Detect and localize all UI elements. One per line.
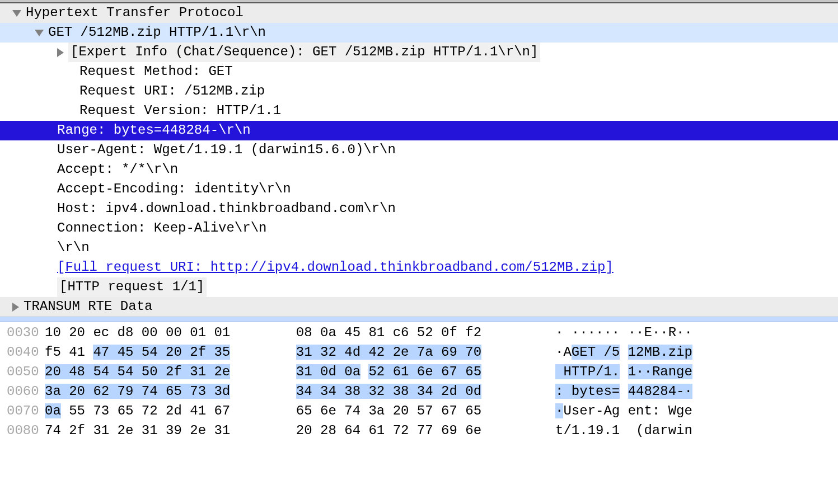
tree-node-connection[interactable]: Connection: Keep-Alive\r\n xyxy=(0,219,838,238)
hex-row[interactable]: 00700a 55 73 65 72 2d 41 67 65 6e 74 3a … xyxy=(0,402,838,421)
tree-node-accept[interactable]: Accept: */*\r\n xyxy=(0,160,838,180)
tree-node-user-agent[interactable]: User-Agent: Wget/1.19.1 (darwin15.6.0)\r… xyxy=(0,140,838,160)
tree-node-uri[interactable]: Request URI: /512MB.zip xyxy=(0,82,838,101)
hex-bytes: f5 41 47 45 54 20 2f 35 xyxy=(45,343,280,362)
tree-node-expert-info[interactable]: [Expert Info (Chat/Sequence): GET /512MB… xyxy=(0,43,838,62)
tree-node-host[interactable]: Host: ipv4.download.thinkbroadband.com\r… xyxy=(0,199,838,219)
hex-bytes: 10 20 ec d8 00 00 01 01 xyxy=(45,323,280,343)
hex-offset: 0030 xyxy=(0,323,45,343)
hex-offset: 0080 xyxy=(0,421,45,441)
tree-node-full-uri[interactable]: [Full request URI: http://ipv4.download.… xyxy=(0,258,838,277)
tree-label: Accept: */*\r\n xyxy=(57,160,178,180)
tree-node-request-line[interactable]: GET /512MB.zip HTTP/1.1\r\n xyxy=(0,23,838,43)
tree-node-http-request-count[interactable]: [HTTP request 1/1] xyxy=(0,277,838,297)
chevron-down-icon xyxy=(35,30,44,36)
pane-splitter[interactable] xyxy=(0,317,838,322)
hex-bytes: 3a 20 62 79 74 65 73 3d xyxy=(45,382,280,402)
tree-label: Request Method: GET xyxy=(79,62,233,82)
hex-offset: 0070 xyxy=(0,402,45,421)
tree-label: [HTTP request 1/1] xyxy=(57,277,207,297)
proto-tree: Hypertext Transfer Protocol GET /512MB.z… xyxy=(0,3,838,317)
hex-offset: 0050 xyxy=(0,362,45,382)
chevron-right-icon xyxy=(57,48,64,57)
hex-bytes: 65 6e 74 3a 20 57 67 65 xyxy=(296,402,531,421)
hex-row[interactable]: 005020 48 54 54 50 2f 31 2e 31 0d 0a 52 … xyxy=(0,362,838,382)
tree-label: Hypertext Transfer Protocol xyxy=(26,3,244,23)
tree-label: Request URI: /512MB.zip xyxy=(79,82,265,101)
tree-label: Connection: Keep-Alive\r\n xyxy=(57,219,266,238)
tree-node-accept-encoding[interactable]: Accept-Encoding: identity\r\n xyxy=(0,180,838,199)
tree-label: [Expert Info (Chat/Sequence): GET /512MB… xyxy=(68,43,540,62)
tree-node-http[interactable]: Hypertext Transfer Protocol xyxy=(0,3,838,23)
tree-label: User-Agent: Wget/1.19.1 (darwin15.6.0)\r… xyxy=(57,140,396,160)
hex-ascii: HTTP/1. 1··Range xyxy=(531,362,692,382)
full-request-uri-link[interactable]: [Full request URI: http://ipv4.download.… xyxy=(57,258,614,277)
hex-ascii: : bytes= 448284-· xyxy=(531,382,692,402)
tree-label: GET /512MB.zip HTTP/1.1\r\n xyxy=(48,23,266,43)
chevron-right-icon xyxy=(12,303,19,312)
hex-dump-pane[interactable]: 003010 20 ec d8 00 00 01 01 08 0a 45 81 … xyxy=(0,322,838,441)
tree-node-method[interactable]: Request Method: GET xyxy=(0,62,838,82)
hex-ascii: ·User-Ag ent: Wge xyxy=(531,402,692,421)
hex-bytes: 34 34 38 32 38 34 2d 0d xyxy=(296,382,531,402)
tree-node-range[interactable]: Range: bytes=448284-\r\n xyxy=(0,121,838,140)
hex-bytes: 20 28 64 61 72 77 69 6e xyxy=(296,421,531,441)
hex-ascii: · ······ ··E··R·· xyxy=(531,323,692,343)
tree-label: Accept-Encoding: identity\r\n xyxy=(57,180,291,199)
hex-bytes: 74 2f 31 2e 31 39 2e 31 xyxy=(45,421,280,441)
hex-bytes: 0a 55 73 65 72 2d 41 67 xyxy=(45,402,280,421)
tree-label: Range: bytes=448284-\r\n xyxy=(57,121,251,140)
tree-label: Host: ipv4.download.thinkbroadband.com\r… xyxy=(57,199,396,219)
packet-details-pane: Hypertext Transfer Protocol GET /512MB.z… xyxy=(0,0,838,441)
tree-label: TRANSUM RTE Data xyxy=(24,297,152,317)
hex-offset: 0040 xyxy=(0,343,45,362)
hex-row[interactable]: 00603a 20 62 79 74 65 73 3d 34 34 38 32 … xyxy=(0,382,838,402)
tree-label: \r\n xyxy=(57,238,90,258)
hex-bytes: 31 0d 0a 52 61 6e 67 65 xyxy=(296,362,531,382)
hex-row[interactable]: 003010 20 ec d8 00 00 01 01 08 0a 45 81 … xyxy=(0,323,838,343)
tree-node-version[interactable]: Request Version: HTTP/1.1 xyxy=(0,101,838,121)
tree-node-transum[interactable]: TRANSUM RTE Data xyxy=(0,297,838,317)
tree-node-crlf[interactable]: \r\n xyxy=(0,238,838,258)
hex-offset: 0060 xyxy=(0,382,45,402)
hex-row[interactable]: 0040f5 41 47 45 54 20 2f 35 31 32 4d 42 … xyxy=(0,343,838,362)
hex-bytes: 31 32 4d 42 2e 7a 69 70 xyxy=(296,343,531,362)
hex-ascii: t/1.19.1 (darwin xyxy=(531,421,692,441)
chevron-down-icon xyxy=(12,10,21,17)
hex-ascii: ·AGET /5 12MB.zip xyxy=(531,343,692,362)
hex-bytes: 08 0a 45 81 c6 52 0f f2 xyxy=(296,323,531,343)
hex-row[interactable]: 008074 2f 31 2e 31 39 2e 31 20 28 64 61 … xyxy=(0,421,838,441)
tree-label: Request Version: HTTP/1.1 xyxy=(79,101,281,121)
hex-bytes: 20 48 54 54 50 2f 31 2e xyxy=(45,362,280,382)
